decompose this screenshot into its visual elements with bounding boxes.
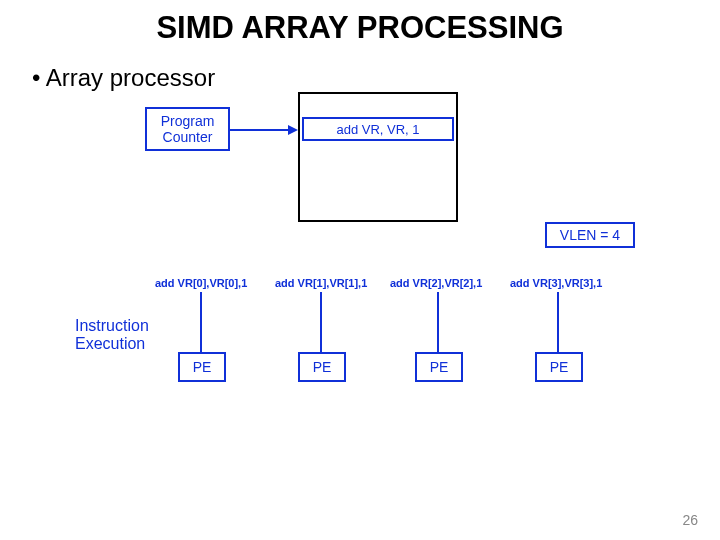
slide-title: SIMD ARRAY PROCESSING (0, 10, 720, 46)
bullet-label: Array processor (46, 64, 215, 91)
pe2-instr-label: add VR[2],VR[2],1 (390, 277, 482, 289)
instruction-box: add VR, VR, 1 (302, 117, 454, 141)
pe1-line (320, 292, 322, 352)
pe2-line (437, 292, 439, 352)
pe0-line (200, 292, 202, 352)
pe1-box: PE (298, 352, 346, 382)
pe3-line (557, 292, 559, 352)
pe1-instr-label: add VR[1],VR[1],1 (275, 277, 367, 289)
pe3-instr-label: add VR[3],VR[3],1 (510, 277, 602, 289)
pe3-box: PE (535, 352, 583, 382)
bullet-text: • Array processor (32, 64, 720, 92)
vlen-box: VLEN = 4 (545, 222, 635, 248)
page-number: 26 (682, 512, 698, 528)
arrow-icon (230, 122, 300, 142)
diagram-area: Program Counter add VR, VR, 1 VLEN = 4 I… (0, 92, 720, 492)
pe0-instr-label: add VR[0],VR[0],1 (155, 277, 247, 289)
memory-box (298, 92, 458, 222)
svg-marker-1 (288, 125, 298, 135)
instruction-execution-label: Instruction Execution (75, 317, 149, 352)
pe2-box: PE (415, 352, 463, 382)
pe0-box: PE (178, 352, 226, 382)
program-counter-box: Program Counter (145, 107, 230, 151)
